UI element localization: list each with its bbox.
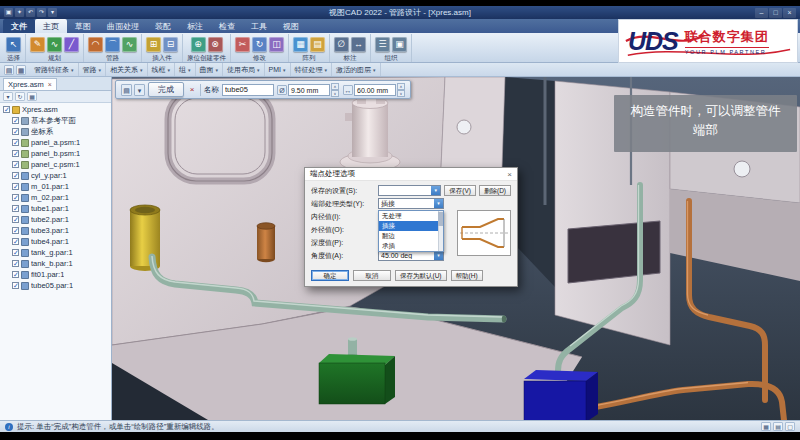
insert-part-icon[interactable]: ⊞ (146, 37, 161, 52)
visibility-checkbox[interactable] (12, 282, 19, 289)
ribbon-tab[interactable]: 检查 (211, 19, 243, 33)
visibility-checkbox[interactable] (12, 139, 19, 146)
tree-item[interactable]: panel_a.psm:1 (0, 137, 111, 148)
undo-icon[interactable]: ↶ (26, 8, 35, 17)
tree-item[interactable]: panel_c.psm:1 (0, 159, 111, 170)
layers-icon[interactable]: ▤ (773, 422, 783, 431)
tree-item[interactable]: tank_g.par:1 (0, 247, 111, 258)
sketch-icon[interactable]: ✎ (30, 37, 45, 52)
ribbon-tab[interactable]: 曲面处理 (99, 19, 147, 33)
save-as-default-button[interactable]: 保存为默认(U) (395, 270, 447, 281)
distance-icon[interactable]: ↔ (351, 37, 366, 52)
toolbar-dropdown[interactable]: 特征处理 ▾ (291, 63, 333, 76)
spinner[interactable]: ∧∨ (331, 83, 339, 97)
blue-box-part[interactable] (524, 370, 598, 420)
save-button[interactable]: 保存(V) (444, 185, 476, 196)
visibility-checkbox[interactable] (12, 194, 19, 201)
maximize-button[interactable]: □ (769, 8, 782, 18)
visibility-checkbox[interactable] (12, 117, 19, 124)
toolbar-dropdown[interactable]: 组 ▾ (175, 63, 196, 76)
ribbon-tab[interactable]: 工具 (243, 19, 275, 33)
grid-icon[interactable]: ▦ (761, 422, 771, 431)
pattern-row-icon[interactable]: ▤ (310, 37, 325, 52)
toolbar-dropdown[interactable]: PMI ▾ (265, 63, 291, 76)
ribbon-tab[interactable]: 草图 (67, 19, 99, 33)
app-icon[interactable]: ▣ (4, 8, 13, 17)
visibility-checkbox[interactable] (12, 216, 19, 223)
create-part-icon[interactable]: ⊗ (208, 37, 223, 52)
toolbar-dropdown[interactable]: 管路 ▾ (79, 63, 107, 76)
toolbar-dropdown[interactable]: 曲面 ▾ (196, 63, 224, 76)
quick-menu-icon[interactable]: ▾ (48, 8, 57, 17)
save-icon[interactable]: ✦ (15, 8, 24, 17)
tree-item[interactable]: m_01.par:1 (0, 181, 111, 192)
tree-item[interactable]: tube05.par:1 (0, 280, 111, 291)
visibility-checkbox[interactable] (12, 227, 19, 234)
mirror-icon[interactable]: ◫ (269, 37, 284, 52)
visibility-checkbox[interactable] (12, 260, 19, 267)
ribbon-tab[interactable]: 装配 (147, 19, 179, 33)
visibility-checkbox[interactable] (12, 238, 19, 245)
finish-button[interactable]: 完成 (148, 82, 184, 97)
spinner[interactable]: ∧∨ (397, 83, 405, 97)
delete-button[interactable]: 删除(D) (479, 185, 511, 196)
visibility-checkbox[interactable] (12, 205, 19, 212)
tree-item[interactable]: cyl_y.par:1 (0, 170, 111, 181)
end-type-combo[interactable]: 插接 ▾ (378, 198, 444, 209)
numeric-input[interactable]: 60.00 mm (354, 84, 396, 96)
pipe-icon[interactable]: ◠ (88, 37, 103, 52)
dropdown-option[interactable]: 翻边 (379, 231, 438, 241)
hose-icon[interactable]: ∿ (122, 37, 137, 52)
minimize-button[interactable]: – (755, 8, 768, 18)
redo-icon[interactable]: ↷ (37, 8, 46, 17)
close-icon[interactable]: × (48, 81, 52, 88)
cancel-icon[interactable]: × (187, 85, 197, 94)
tree-item[interactable]: tube4.par:1 (0, 236, 111, 247)
visibility-checkbox[interactable] (12, 150, 19, 157)
tree-item[interactable]: fit01.par:1 (0, 269, 111, 280)
scrollbar-thumb[interactable] (438, 212, 443, 226)
rotate-icon[interactable]: ↻ (252, 37, 267, 52)
toolbar-dropdown[interactable]: 使用布局 ▾ (223, 63, 265, 76)
ok-button[interactable]: 确定 (311, 270, 349, 281)
saved-settings-combo[interactable]: ▾ (378, 185, 441, 196)
tree-item[interactable]: panel_b.psm:1 (0, 148, 111, 159)
visibility-checkbox[interactable] (12, 128, 19, 135)
tree-item[interactable]: tube2.par:1 (0, 214, 111, 225)
create-inplace-icon[interactable]: ⊕ (191, 37, 206, 52)
toolbar-dropdown[interactable]: 激活的图层 ▾ (332, 63, 381, 76)
toolbar-dropdown[interactable]: 相关关系 ▾ (106, 63, 148, 76)
numeric-input[interactable]: 9.50 mm (288, 84, 330, 96)
tree-item[interactable]: 坐标系 (0, 126, 111, 137)
cancel-button[interactable]: 取消 (353, 270, 391, 281)
pathfinder-icon[interactable]: ▤ (4, 65, 14, 75)
tree-item[interactable]: 基本参考平面 (0, 115, 111, 126)
tree-item[interactable]: tank_b.par:1 (0, 258, 111, 269)
insert-fitting-icon[interactable]: ⊟ (163, 37, 178, 52)
visibility-checkbox[interactable] (12, 172, 19, 179)
dropdown-scrollbar[interactable] (438, 211, 443, 251)
tree-item[interactable]: tube1.par:1 (0, 203, 111, 214)
help-button[interactable]: 帮助(H) (451, 270, 483, 281)
tree-item[interactable]: Xpres.asm (0, 104, 111, 115)
ribbon-tab[interactable]: 主页 (35, 19, 67, 33)
pattern-grid-icon[interactable]: ▦ (293, 37, 308, 52)
close-button[interactable]: × (783, 8, 796, 18)
expand-all-icon[interactable]: ▾ (3, 92, 13, 101)
tree-item[interactable]: tube3.par:1 (0, 225, 111, 236)
segment-icon[interactable]: ╱ (64, 37, 79, 52)
close-icon[interactable]: × (507, 170, 512, 179)
visibility-checkbox[interactable] (12, 161, 19, 168)
ribbon-tab[interactable]: 视图 (275, 19, 307, 33)
path-icon[interactable]: ∿ (47, 37, 62, 52)
group-icon[interactable]: ▣ (392, 37, 407, 52)
options-icon[interactable]: ▾ (134, 84, 145, 96)
document-tab[interactable]: Xpres.asm × (3, 78, 57, 90)
visibility-checkbox[interactable] (12, 271, 19, 278)
toolbar-dropdown[interactable]: 线框 ▾ (148, 63, 176, 76)
refresh-icon[interactable]: ↻ (15, 92, 25, 101)
dropdown-option[interactable]: 无处理 (379, 211, 438, 221)
ribbon-tab[interactable]: 文件 (3, 19, 35, 33)
steps-icon[interactable]: ▤ (121, 84, 132, 96)
ribbon-tab[interactable]: 标注 (179, 19, 211, 33)
